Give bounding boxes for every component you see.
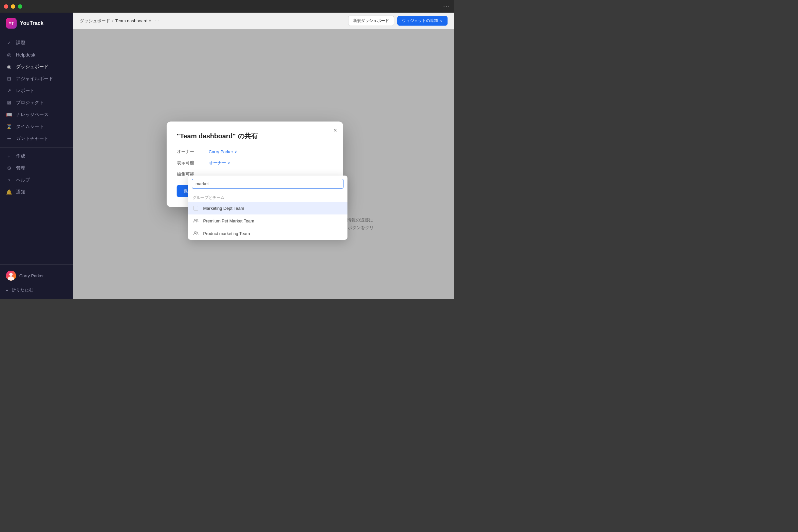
search-input[interactable] xyxy=(192,179,343,189)
top-bar-actions: 新規ダッシュボード ウィジェットの追加 ∨ xyxy=(348,16,448,26)
item-label: Product marketing Team xyxy=(203,231,250,236)
reports-icon: ↗ xyxy=(6,88,12,94)
sidebar-bottom: Carry Parker « 折りたたむ xyxy=(0,264,73,296)
breadcrumb-root[interactable]: ダッシュボード xyxy=(80,18,110,24)
breadcrumb-more-icon[interactable]: ··· xyxy=(155,18,159,24)
chevron-down-icon: ∨ xyxy=(149,19,151,23)
collapse-label: 折りたたむ xyxy=(12,287,33,293)
sidebar-item-projects[interactable]: ⊠ プロジェクト xyxy=(0,97,73,109)
item-label: Premium Pet Market Team xyxy=(203,218,254,224)
group-icon xyxy=(192,217,199,224)
sidebar-item-label: ガントチャート xyxy=(16,136,49,141)
sidebar-item-label: プロジェクト xyxy=(16,100,44,106)
sidebar-item-label: 通知 xyxy=(16,189,25,195)
sidebar-item-label: 作成 xyxy=(16,153,25,159)
breadcrumb-separator: / xyxy=(112,18,113,23)
top-bar: ダッシュボード / Team dashboard ∨ ··· 新規ダッシュボード… xyxy=(73,13,454,29)
agile-icon: ⊞ xyxy=(6,76,12,82)
new-dashboard-button[interactable]: 新規ダッシュボード xyxy=(348,16,394,26)
sidebar-item-label: Helpdesk xyxy=(16,52,35,58)
logo-text: YouTrack xyxy=(20,20,43,26)
owner-row: オーナー Carry Parker ∨ xyxy=(177,149,333,155)
title-bar: ··· xyxy=(0,0,454,13)
visibility-dropdown[interactable]: オーナー ∨ xyxy=(209,160,230,166)
list-item[interactable]: Marketing Dept Team xyxy=(188,202,347,214)
sidebar-item-label: ヘルプ xyxy=(16,177,30,183)
list-item[interactable]: Product marketing Team xyxy=(188,227,347,240)
breadcrumb-current: Team dashboard ∨ xyxy=(115,18,152,23)
sidebar-item-timesheet[interactable]: ⌛ タイムシート xyxy=(0,121,73,133)
avatar xyxy=(6,271,16,281)
nav-divider xyxy=(0,147,73,148)
main-content: ダッシュボード / Team dashboard ∨ ··· 新規ダッシュボード… xyxy=(73,13,454,299)
sidebar-item-label: ダッシュボード xyxy=(16,64,49,70)
sidebar-item-create[interactable]: + 作成 xyxy=(0,150,73,162)
sidebar-item-label: 課題 xyxy=(16,40,25,46)
bell-icon: 🔔 xyxy=(6,189,12,195)
sidebar-item-help[interactable]: ? ヘルプ xyxy=(0,174,73,186)
modal-title: "Team dashboard" の共有 xyxy=(177,132,333,141)
chevron-down-icon: ∨ xyxy=(227,160,230,165)
logo-area: YT YouTrack xyxy=(0,13,73,34)
sidebar-item-agile[interactable]: ⊞ アジャイルボード xyxy=(0,73,73,85)
owner-label: オーナー xyxy=(177,149,204,155)
svg-point-4 xyxy=(196,219,197,221)
group-icon xyxy=(192,230,199,237)
logo-icon: YT xyxy=(6,18,17,28)
maximize-button[interactable] xyxy=(18,4,22,8)
knowledge-icon: 📖 xyxy=(6,112,12,118)
visibility-label: 表示可能 xyxy=(177,160,204,166)
collapse-icon: « xyxy=(6,288,8,292)
issues-icon: ✓ xyxy=(6,40,12,46)
user-name: Carry Parker xyxy=(19,273,44,278)
checkbox-icon xyxy=(192,205,199,211)
team-search-dropdown: グループとチーム Marketing Dept Team xyxy=(188,175,347,240)
sidebar-item-gantt[interactable]: ☰ ガントチャート xyxy=(0,133,73,145)
sidebar-item-issues[interactable]: ✓ 課題 xyxy=(0,37,73,49)
add-widget-button[interactable]: ウィジェットの追加 ∨ xyxy=(397,16,448,25)
sidebar: YT YouTrack ✓ 課題 ◎ Helpdesk ◉ ダッシュボード ⊞ … xyxy=(0,13,73,299)
sidebar-item-reports[interactable]: ↗ レポート xyxy=(0,85,73,97)
timesheet-icon: ⌛ xyxy=(6,124,12,130)
title-bar-dots: ··· xyxy=(443,3,450,10)
settings-icon: ⚙ xyxy=(6,165,12,171)
list-item[interactable]: Premium Pet Market Team xyxy=(188,214,347,227)
app-body: YT YouTrack ✓ 課題 ◎ Helpdesk ◉ ダッシュボード ⊞ … xyxy=(0,13,454,299)
section-label: グループとチーム xyxy=(188,192,347,202)
create-icon: + xyxy=(6,153,12,159)
gantt-icon: ☰ xyxy=(6,136,12,141)
item-label: Marketing Dept Team xyxy=(203,206,244,211)
chevron-down-icon: ∨ xyxy=(440,19,443,23)
sidebar-item-label: 管理 xyxy=(16,165,25,171)
svg-point-1 xyxy=(9,273,13,276)
sidebar-item-label: タイムシート xyxy=(16,124,44,130)
visibility-row: 表示可能 オーナー ∨ xyxy=(177,160,333,166)
modal-close-button[interactable]: × xyxy=(334,127,337,134)
sidebar-item-label: レポート xyxy=(16,88,35,94)
sidebar-item-helpdesk[interactable]: ◎ Helpdesk xyxy=(0,49,73,61)
window-controls xyxy=(4,4,22,8)
svg-point-6 xyxy=(196,232,197,233)
chevron-down-icon: ∨ xyxy=(234,149,237,154)
dashboard-area: このスペースはプロジェクトとタスクに関連する情報の追跡に 使用します。開始するに… xyxy=(73,29,454,299)
sidebar-item-dashboard[interactable]: ◉ ダッシュボード xyxy=(0,61,73,73)
projects-icon: ⊠ xyxy=(6,100,12,106)
dashboard-icon: ◉ xyxy=(6,64,12,70)
sidebar-item-label: ナレッジベース xyxy=(16,112,49,118)
sidebar-item-manage[interactable]: ⚙ 管理 xyxy=(0,162,73,174)
svg-point-3 xyxy=(194,219,196,221)
user-area[interactable]: Carry Parker xyxy=(0,267,73,284)
owner-dropdown[interactable]: Carry Parker ∨ xyxy=(209,149,238,154)
close-button[interactable] xyxy=(4,4,8,8)
svg-point-5 xyxy=(194,232,196,233)
help-icon: ? xyxy=(6,177,12,183)
minimize-button[interactable] xyxy=(11,4,15,8)
sidebar-item-notify[interactable]: 🔔 通知 xyxy=(0,186,73,198)
search-area xyxy=(188,175,347,192)
breadcrumb: ダッシュボード / Team dashboard ∨ ··· xyxy=(80,18,159,24)
sidebar-item-label: アジャイルボード xyxy=(16,76,53,82)
helpdesk-icon: ◎ xyxy=(6,52,12,58)
sidebar-item-knowledge[interactable]: 📖 ナレッジベース xyxy=(0,109,73,121)
collapse-button[interactable]: « 折りたたむ xyxy=(0,284,73,296)
